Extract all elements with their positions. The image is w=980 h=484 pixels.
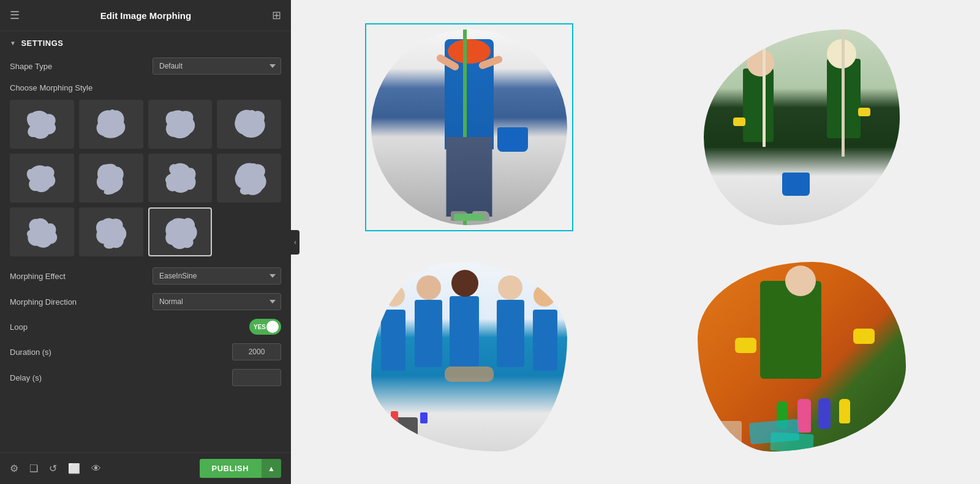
image-clip-2 bbox=[704, 29, 900, 225]
shape-type-row: Shape Type Default Custom bbox=[10, 58, 281, 75]
layers-icon[interactable]: ❑ bbox=[29, 463, 38, 474]
sidebar-header: ☰ Edit Image Morphing ⊞ bbox=[0, 0, 291, 31]
image-cell-1[interactable] bbox=[309, 18, 630, 236]
shape-item-11[interactable] bbox=[148, 207, 213, 256]
shape-item-1[interactable] bbox=[10, 100, 74, 149]
collapse-handle[interactable]: ‹ bbox=[291, 230, 300, 255]
hamburger-icon[interactable]: ☰ bbox=[10, 9, 20, 22]
shape-item-6[interactable] bbox=[79, 154, 143, 203]
shape-type-select[interactable]: Default Custom bbox=[153, 58, 281, 75]
shape-grid bbox=[10, 100, 281, 256]
section-arrow-icon: ▼ bbox=[10, 40, 16, 47]
settings-icon[interactable]: ⚙ bbox=[10, 463, 18, 474]
morphing-direction-select[interactable]: Normal Reverse Alternate bbox=[153, 293, 281, 310]
shape-type-label: Shape Type bbox=[10, 62, 52, 71]
loop-row: Loop YES bbox=[10, 319, 281, 335]
sidebar: ☰ Edit Image Morphing ⊞ ▼ Settings Shape… bbox=[0, 0, 291, 484]
duration-input[interactable] bbox=[232, 343, 281, 360]
duration-row: Duration (s) bbox=[10, 343, 281, 360]
selected-image-border bbox=[365, 23, 573, 231]
history-icon[interactable]: ↺ bbox=[49, 463, 57, 474]
eye-icon[interactable]: 👁 bbox=[91, 463, 101, 474]
loop-label: Loop bbox=[10, 322, 28, 332]
image-clip-4 bbox=[698, 262, 906, 452]
publish-arrow-button[interactable]: ▲ bbox=[261, 459, 281, 478]
morphing-effect-select[interactable]: EaseInSine EaseOutSine EaseInOutSine Lin… bbox=[153, 267, 281, 285]
image-cell-2[interactable] bbox=[642, 18, 962, 236]
morphing-direction-row: Morphing Direction Normal Reverse Altern… bbox=[10, 293, 281, 310]
loop-toggle[interactable]: YES bbox=[249, 319, 281, 335]
morphing-direction-label: Morphing Direction bbox=[10, 297, 77, 307]
shape-item-7[interactable] bbox=[148, 154, 213, 203]
sidebar-footer: ⚙ ❑ ↺ ⬜ 👁 PUBLISH ▲ bbox=[0, 452, 291, 484]
device-icon[interactable]: ⬜ bbox=[68, 463, 80, 474]
delay-row: Delay (s) bbox=[10, 369, 281, 386]
morphing-effect-label: Morphing Effect bbox=[10, 272, 66, 281]
shape-item-4[interactable] bbox=[217, 100, 281, 149]
delay-input[interactable] bbox=[232, 369, 281, 386]
shape-item-5[interactable] bbox=[10, 154, 74, 203]
shape-item-9[interactable] bbox=[10, 207, 74, 256]
publish-btn-group: PUBLISH ▲ bbox=[200, 459, 281, 478]
delay-label: Delay (s) bbox=[10, 373, 42, 382]
image-cell-4[interactable] bbox=[642, 248, 962, 466]
image-clip-1 bbox=[371, 29, 567, 225]
choose-morphing-style-label: Choose Morphing Style bbox=[10, 83, 281, 92]
toggle-yes-label: YES bbox=[254, 324, 266, 330]
duration-label: Duration (s) bbox=[10, 348, 51, 357]
toggle-thumb bbox=[266, 321, 279, 333]
footer-icons: ⚙ ❑ ↺ ⬜ 👁 bbox=[10, 463, 101, 474]
grid-icon[interactable]: ⊞ bbox=[272, 9, 281, 22]
main-content bbox=[291, 0, 980, 484]
settings-section-header: ▼ Settings bbox=[10, 39, 281, 48]
shape-item-8[interactable] bbox=[217, 154, 281, 203]
morphing-effect-row: Morphing Effect EaseInSine EaseOutSine E… bbox=[10, 267, 281, 285]
shape-item-10[interactable] bbox=[79, 207, 143, 256]
image-clip-3 bbox=[371, 262, 567, 452]
publish-button[interactable]: PUBLISH bbox=[200, 459, 262, 478]
shape-item-3[interactable] bbox=[148, 100, 213, 149]
shape-item-2[interactable] bbox=[79, 100, 143, 149]
image-cell-3[interactable] bbox=[309, 248, 630, 466]
sidebar-body: ▼ Settings Shape Type Default Custom Cho… bbox=[0, 31, 291, 452]
page-title: Edit Image Morphing bbox=[100, 10, 191, 21]
